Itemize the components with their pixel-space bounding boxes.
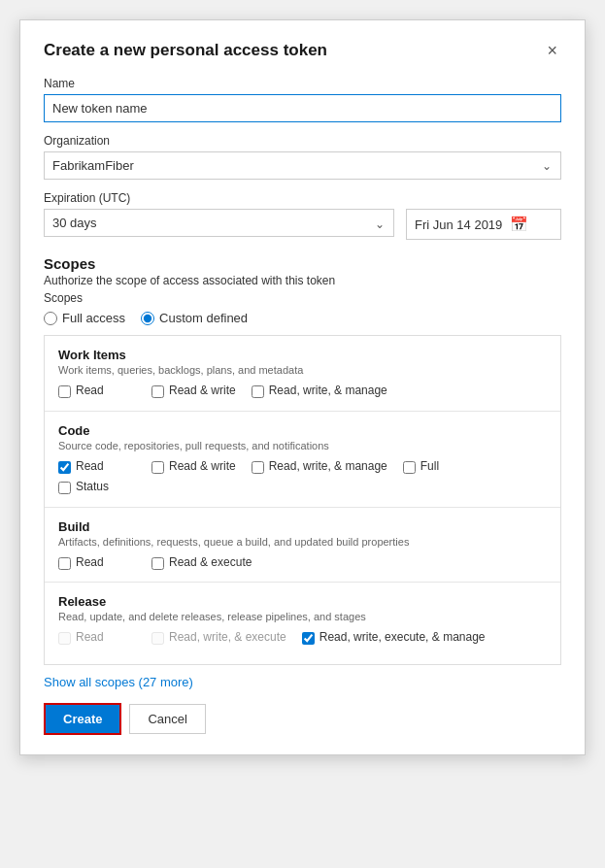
expiration-select-wrapper: 30 days 60 days 90 days Custom ⌄ [44, 209, 394, 240]
create-button[interactable]: Create [44, 703, 121, 735]
release-read-label: Read [76, 630, 104, 646]
organization-label: Organization [44, 134, 561, 148]
custom-defined-radio[interactable] [141, 312, 154, 325]
release-read-option: Read [58, 630, 136, 646]
code-full-label: Full [420, 459, 439, 475]
release-execute-checkbox [151, 632, 164, 645]
work-items-title: Work Items [58, 348, 547, 362]
code-read-label: Read [76, 459, 104, 475]
full-access-radio[interactable] [44, 312, 57, 325]
build-execute-checkbox[interactable] [151, 557, 164, 570]
release-execute-option: Read, write, & execute [151, 630, 286, 646]
build-read-checkbox[interactable] [58, 557, 71, 570]
code-manage-label: Read, write, & manage [269, 459, 387, 475]
cancel-button[interactable]: Cancel [129, 704, 205, 734]
release-manage-label: Read, write, execute, & manage [319, 630, 486, 646]
show-all-scopes-link[interactable]: Show all scopes (27 more) [44, 675, 561, 689]
date-value: Fri Jun 14 2019 [415, 217, 502, 232]
expiration-select[interactable]: 30 days 60 days 90 days Custom [44, 209, 394, 237]
work-items-desc: Work items, queries, backlogs, plans, an… [58, 364, 547, 376]
release-title: Release [58, 594, 547, 609]
full-access-label: Full access [62, 311, 125, 325]
scopes-sub-label: Scopes [44, 291, 561, 305]
wi-manage-label: Read, write, & manage [269, 384, 387, 399]
wi-read-label: Read [76, 384, 104, 399]
code-readwrite-label: Read & write [169, 459, 236, 475]
build-read-option[interactable]: Read [58, 555, 136, 571]
custom-defined-label: Custom defined [159, 311, 248, 325]
build-execute-option[interactable]: Read & execute [151, 555, 252, 571]
calendar-icon: 📅 [510, 216, 528, 233]
code-read-checkbox[interactable] [58, 461, 71, 474]
code-readwrite-checkbox[interactable] [151, 461, 164, 474]
wi-read-checkbox[interactable] [58, 385, 71, 398]
code-read-option[interactable]: Read [58, 459, 136, 475]
name-input[interactable] [44, 94, 561, 122]
dialog-header: Create a new personal access token × [44, 40, 561, 61]
build-execute-label: Read & execute [169, 555, 252, 571]
code-checkboxes: Read Read & write Read, write, & manage … [58, 459, 547, 495]
dialog-title: Create a new personal access token [44, 41, 327, 60]
code-full-checkbox[interactable] [403, 461, 416, 474]
scopes-title: Scopes [44, 255, 561, 272]
work-items-section: Work Items Work items, queries, backlogs… [45, 336, 560, 412]
scopes-section: Scopes Authorize the scope of access ass… [44, 255, 561, 325]
release-execute-label: Read, write, & execute [169, 630, 286, 646]
custom-defined-option[interactable]: Custom defined [141, 311, 248, 325]
wi-readwrite-checkbox[interactable] [151, 385, 164, 398]
code-status-checkbox[interactable] [58, 482, 71, 494]
create-token-dialog: Create a new personal access token × Nam… [19, 19, 586, 755]
code-readwrite-option[interactable]: Read & write [151, 459, 236, 475]
scopes-list: Work Items Work items, queries, backlogs… [44, 335, 561, 665]
release-manage-option[interactable]: Read, write, execute, & manage [302, 630, 486, 646]
action-row: Create Cancel [44, 703, 561, 735]
name-label: Name [44, 77, 561, 90]
build-read-label: Read [76, 555, 104, 571]
scopes-description: Authorize the scope of access associated… [44, 274, 561, 287]
build-desc: Artifacts, definitions, requests, queue … [58, 536, 547, 548]
code-manage-checkbox[interactable] [252, 461, 264, 474]
work-items-checkboxes: Read Read & write Read, write, & manage [58, 384, 547, 399]
full-access-option[interactable]: Full access [44, 311, 125, 325]
scope-radio-group: Full access Custom defined [44, 311, 561, 325]
organization-select-wrapper: FabrikamFiber ⌄ [44, 151, 561, 180]
code-full-option[interactable]: Full [403, 459, 481, 475]
date-picker[interactable]: Fri Jun 14 2019 📅 [406, 209, 561, 240]
expiration-label: Expiration (UTC) [44, 191, 561, 205]
code-manage-option[interactable]: Read, write, & manage [252, 459, 387, 475]
release-manage-checkbox[interactable] [302, 632, 315, 645]
organization-select[interactable]: FabrikamFiber [44, 151, 561, 180]
release-read-checkbox [58, 632, 71, 645]
build-section: Build Artifacts, definitions, requests, … [45, 508, 560, 584]
code-section: Code Source code, repositories, pull req… [45, 412, 560, 508]
code-status-option[interactable]: Status [58, 480, 136, 495]
code-title: Code [58, 423, 547, 438]
wi-readwrite-option[interactable]: Read & write [151, 384, 236, 399]
wi-manage-option[interactable]: Read, write, & manage [252, 384, 387, 399]
expiration-row: 30 days 60 days 90 days Custom ⌄ Fri Jun… [44, 209, 561, 240]
close-button[interactable]: × [543, 40, 561, 61]
code-status-label: Status [76, 480, 109, 495]
code-desc: Source code, repositories, pull requests… [58, 440, 547, 451]
wi-read-option[interactable]: Read [58, 384, 136, 399]
build-title: Build [58, 519, 547, 534]
release-checkboxes: Read Read, write, & execute Read, write,… [58, 630, 547, 646]
build-checkboxes: Read Read & execute [58, 555, 547, 571]
wi-manage-checkbox[interactable] [252, 385, 264, 398]
wi-readwrite-label: Read & write [169, 384, 236, 399]
release-section: Release Read, update, and delete release… [45, 583, 560, 657]
release-desc: Read, update, and delete releases, relea… [58, 611, 547, 622]
